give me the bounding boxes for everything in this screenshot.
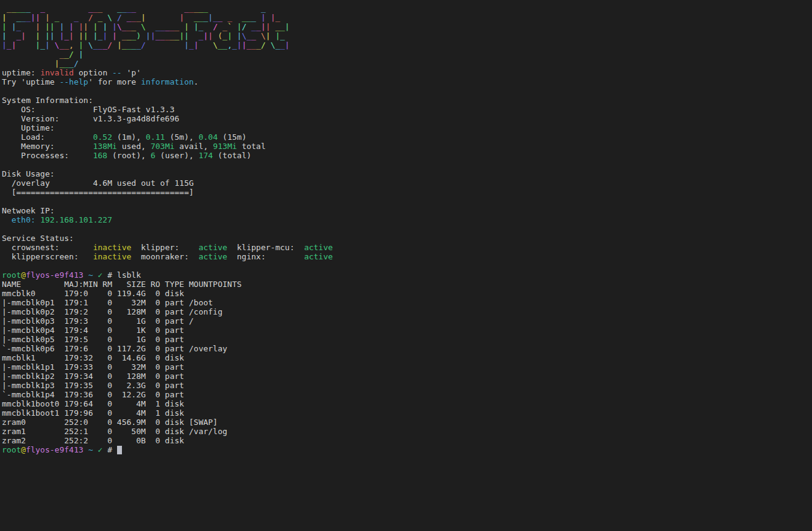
logo-char: _ [246, 31, 251, 40]
logo-char: _ [275, 13, 280, 22]
logo-char: \ [117, 22, 122, 31]
lsblk-row-text: zram2 252:2 0 0B 0 disk [2, 436, 189, 445]
lsblk-row-text: `-mmcblk0p6 179:6 0 117.2G 0 part /overl… [2, 344, 227, 353]
lsblk-row: mmcblk1boot1 179:96 0 4M 1 disk [2, 408, 333, 418]
logo-char: \ [261, 31, 266, 40]
sysinfo-load-text: (15m) [218, 132, 246, 142]
lsblk-row: `-mmcblk0p6 179:6 0 117.2G 0 part /overl… [2, 344, 333, 353]
logo-char: _ [131, 40, 136, 50]
blank-text [2, 160, 7, 169]
lsblk-row: `-mmcblk1p4 179:36 0 12.2G 0 part [2, 390, 333, 399]
lsblk-row: mmcblk1boot0 179:64 0 4M 1 disk [2, 399, 333, 408]
prompt-input-text: # [102, 445, 116, 454]
lsblk-row: |-mmcblk1p2 179:34 0 128M 0 part [2, 372, 333, 381]
blank [2, 86, 333, 96]
network-title: Netwoek IP: [2, 206, 333, 215]
lsblk-row-text: `-mmcblk1p4 179:36 0 12.2G 0 part [2, 390, 189, 399]
disk-overlay: /overlay 4.6M used out of 115G [2, 178, 333, 188]
lsblk-header-text: NAME MAJ:MIN RM SIZE RO TYPE MOUNTPOINTS [2, 280, 241, 289]
service-row-2-text: inactive [93, 252, 132, 261]
service-title: Service Status: [2, 234, 333, 243]
uptime-error-text: invalid [40, 68, 74, 77]
disk-bar-text: [====================================] [2, 188, 194, 197]
service-row-2: klipperscreen: inactive moonraker: activ… [2, 252, 333, 261]
logo-char: _ [256, 40, 261, 50]
prompt-input-text [93, 445, 98, 454]
logo-ascii-row: | _| | || |_| || |_| | ___) ||_____|| _|… [2, 31, 333, 40]
network-title-text: Netwoek IP: [2, 206, 55, 215]
prompt-lsblk-text: flyos-e9f413 [26, 270, 83, 280]
disk-title: Disk Usage: [2, 169, 333, 178]
logo-char: _ [122, 40, 127, 50]
sysinfo-processes-text: (user), [155, 151, 198, 160]
logo-char: | [78, 22, 83, 31]
logo-char: | [194, 22, 199, 31]
sysinfo-memory-text: 138Mi [93, 142, 117, 151]
logo-char: _ [88, 4, 93, 13]
logo-char: _ [246, 13, 251, 22]
network-eth0: eth0: 192.168.101.227 [2, 215, 333, 224]
prompt-lsblk-text [93, 270, 98, 280]
logo-char: | [36, 40, 40, 50]
logo-char: | [203, 31, 208, 40]
sysinfo-title: System Information: [2, 96, 333, 105]
lsblk-row-text: mmcblk1 179:32 0 14.6G 0 disk [2, 353, 189, 362]
logo-char: | [78, 31, 83, 40]
sysinfo-load-text: 0.11 [146, 132, 165, 142]
logo-char: _ [131, 31, 136, 40]
logo-char: _ [199, 31, 203, 40]
disk-overlay-text: /overlay 4.6M used out of 115G [2, 178, 194, 188]
lsblk-row-text: zram1 252:1 0 50M 0 disk /var/log [2, 427, 227, 436]
logo-char: _ [21, 4, 26, 13]
sysinfo-uptime: Uptime: [2, 123, 333, 132]
logo-char: _ [170, 31, 175, 40]
logo-char: _ [55, 13, 59, 22]
logo-char: _ [7, 4, 12, 13]
logo-char: _ [203, 4, 208, 13]
logo-char: | [36, 13, 40, 22]
logo-char: _ [64, 50, 69, 59]
logo-char: | [50, 22, 55, 31]
logo-char: _ [7, 40, 12, 50]
logo-char: _ [261, 4, 266, 13]
logo-char: _ [122, 31, 127, 40]
lsblk-row: zram0 252:0 0 456.9M 0 disk [SWAP] [2, 418, 333, 427]
logo-char: _ [131, 4, 136, 13]
logo-char: _ [194, 4, 199, 13]
logo-char: _ [232, 40, 237, 50]
service-row-2-text: moonraker: [131, 252, 199, 261]
blank-text [2, 261, 7, 270]
uptime-error-text: option [74, 68, 112, 77]
logo-char: _ [222, 31, 227, 40]
logo-char: _ [131, 22, 136, 31]
logo-char: _ [189, 4, 194, 13]
logo-char: \ [55, 40, 59, 50]
lsblk-row-text: |-mmcblk0p2 179:2 0 128M 0 part /config [2, 307, 222, 316]
logo-char: _ [93, 4, 98, 13]
sysinfo-memory: Memory: 138Mi used, 703Mi avail, 913Mi t… [2, 142, 333, 151]
logo-char: \ [107, 13, 112, 22]
logo-ascii-row: |___/ [2, 59, 333, 68]
logo-char: | [194, 40, 199, 50]
uptime-help-text: --help [59, 77, 88, 86]
logo-char: ) [136, 31, 141, 40]
logo-char: | [112, 22, 117, 31]
logo-char: | [78, 50, 83, 59]
network-eth0-text: eth0: [12, 215, 36, 224]
service-row-1-text: klipper: [131, 243, 199, 252]
sysinfo-memory-text: 913Mi [213, 142, 237, 151]
logo-char: | [36, 22, 40, 31]
uptime-help-text: ' for more [88, 77, 141, 86]
lsblk-row-text: mmcblk0 179:0 0 119.4G 0 disk [2, 289, 189, 298]
sysinfo-uptime-text: Uptime: [2, 123, 55, 132]
logo-char: _ [64, 40, 69, 50]
sysinfo-memory-text: avail, [175, 142, 213, 151]
terminal-screen[interactable]: _____ _ ___ ____ _____ _ | ___|| | _ _ /… [2, 4, 333, 454]
service-row-1-text: crowsnest: [2, 243, 93, 252]
logo-char: | [36, 31, 40, 40]
prompt-input-text: @ [21, 445, 26, 454]
logo-char: | [117, 40, 122, 50]
logo-char: _ [275, 22, 280, 31]
uptime-help-text: information [141, 77, 194, 86]
lsblk-row: |-mmcblk0p4 179:4 0 1K 0 part [2, 326, 333, 335]
